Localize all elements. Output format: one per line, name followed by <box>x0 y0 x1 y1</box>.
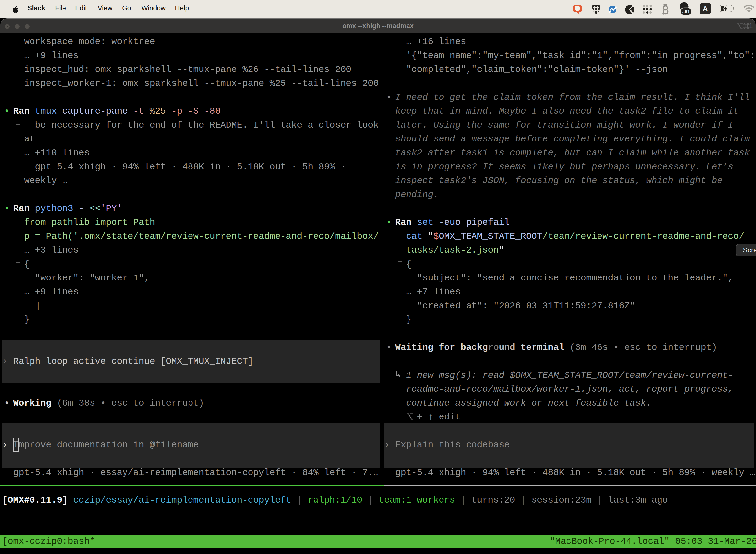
svg-text:..61: ..61 <box>682 9 690 14</box>
